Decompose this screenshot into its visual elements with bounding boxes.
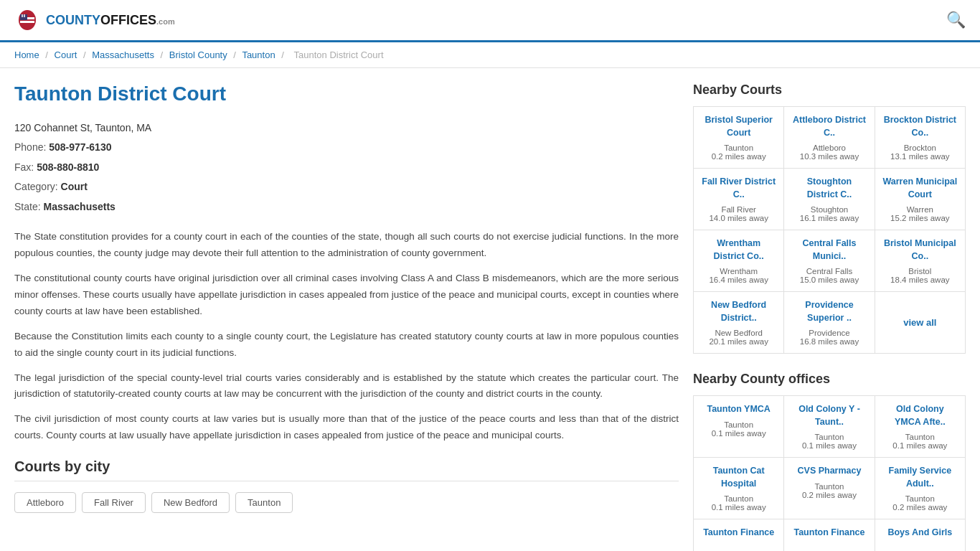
court-card-distance: 15.0 miles away — [791, 276, 867, 284]
office-card-title[interactable]: Old Colony Y - Taunt.. — [791, 403, 867, 428]
right-sidebar: Nearby Courts Bristol Superior Court Tau… — [693, 83, 966, 551]
court-card-distance: 16.1 miles away — [791, 214, 867, 222]
nearby-office-card[interactable]: Boys And Girls — [875, 519, 965, 551]
category-line: Category: Court — [14, 179, 679, 194]
court-card-title[interactable]: Bristol Municipal Co.. — [882, 237, 958, 263]
court-card-city: Brockton — [882, 143, 958, 152]
nearby-court-card[interactable]: Stoughton District C.. Stoughton 16.1 mi… — [784, 169, 874, 230]
court-card-title[interactable]: Bristol Superior Court — [701, 114, 776, 139]
city-tags-container: Attleboro Fall River New Bedford Taunton — [14, 492, 679, 513]
court-card-city: Providence — [791, 329, 867, 337]
nearby-courts-section: Nearby Courts Bristol Superior Court Tau… — [693, 83, 966, 354]
court-card-city: Fall River — [701, 205, 776, 214]
office-card-title[interactable]: Boys And Girls — [882, 527, 958, 540]
nearby-court-card[interactable]: Warren Municipal Court Warren 15.2 miles… — [875, 169, 965, 230]
nearby-office-card[interactable]: Old Colony YMCA Afte.. Taunton 0.1 miles… — [875, 396, 965, 457]
nearby-office-card[interactable]: Old Colony Y - Taunt.. Taunton 0.1 miles… — [784, 396, 874, 457]
header: COUNTYOFFICES.com 🔍 — [0, 0, 980, 42]
desc-para-2: The constitutional county courts have or… — [14, 270, 679, 320]
city-tag-fall-river[interactable]: Fall River — [82, 492, 146, 513]
search-icon[interactable]: 🔍 — [946, 11, 966, 29]
phone-line: Phone: 508-977-6130 — [14, 139, 679, 155]
office-card-city: Taunton — [701, 494, 776, 503]
city-tag-new-bedford[interactable]: New Bedford — [151, 492, 230, 513]
svg-point-7 — [22, 14, 23, 16]
office-card-distance: 0.2 miles away — [882, 503, 958, 512]
court-card-title[interactable]: Brockton District Co.. — [882, 114, 958, 139]
office-card-title[interactable]: Family Service Adult.. — [882, 465, 958, 490]
court-card-title[interactable]: Warren Municipal Court — [882, 176, 958, 201]
breadcrumb-court[interactable]: Court — [55, 50, 77, 60]
desc-para-5: The civil jurisdiction of most county co… — [14, 411, 679, 444]
office-card-title[interactable]: Taunton YMCA — [701, 403, 776, 416]
state-value: Massachusetts — [43, 201, 115, 212]
office-card-city: Taunton — [882, 433, 958, 441]
court-card-distance: 14.0 miles away — [701, 214, 776, 222]
breadcrumb-home[interactable]: Home — [14, 50, 39, 60]
svg-point-8 — [24, 14, 25, 16]
nearby-office-card[interactable]: Taunton Finance — [784, 519, 874, 551]
breadcrumb-current: Taunton District Court — [294, 50, 384, 60]
state-label: State: — [14, 201, 41, 212]
court-card-title[interactable]: Wrentham District Co.. — [701, 237, 776, 263]
nearby-court-card[interactable]: Attleboro District C.. Attleboro 10.3 mi… — [784, 107, 874, 168]
office-card-city: Taunton — [791, 433, 867, 441]
office-card-distance: 0.1 miles away — [882, 441, 958, 450]
office-card-city: Taunton — [701, 420, 776, 429]
nearby-office-card[interactable]: Taunton YMCA Taunton 0.1 miles away — [694, 396, 783, 457]
court-card-city: Warren — [882, 205, 958, 214]
court-card-city: Central Falls — [791, 267, 867, 276]
svg-point-5 — [22, 16, 23, 17]
office-card-city: Taunton — [882, 494, 958, 503]
court-card-title[interactable]: Central Falls Munici.. — [791, 237, 867, 263]
nearby-court-card[interactable]: Bristol Municipal Co.. Bristol 18.4 mile… — [875, 230, 965, 291]
nearby-office-card[interactable]: Taunton Cat Hospital Taunton 0.1 miles a… — [694, 458, 783, 519]
office-card-distance: 0.2 miles away — [791, 491, 867, 499]
breadcrumb-massachusetts[interactable]: Massachusetts — [92, 50, 154, 60]
office-card-title[interactable]: Taunton Cat Hospital — [701, 465, 776, 490]
logo-icon — [14, 7, 40, 33]
breadcrumb-taunton[interactable]: Taunton — [242, 50, 275, 60]
main-layout: Taunton District Court 120 Cohannet St, … — [0, 68, 980, 551]
nearby-court-card[interactable]: Brockton District Co.. Brockton 13.1 mil… — [875, 107, 965, 168]
view-all-courts-link[interactable]: view all — [903, 317, 936, 328]
description-block: The State constitution provides for a co… — [14, 229, 679, 444]
breadcrumb-bristol-county[interactable]: Bristol County — [169, 50, 227, 60]
court-card-title[interactable]: Fall River District C.. — [701, 176, 776, 201]
court-card-distance: 0.2 miles away — [701, 152, 776, 161]
nearby-court-card[interactable]: Fall River District C.. Fall River 14.0 … — [694, 169, 783, 230]
office-card-title[interactable]: CVS Pharmacy — [791, 465, 867, 478]
court-card-city: Taunton — [701, 143, 776, 152]
office-card-distance: 0.1 miles away — [701, 429, 776, 438]
office-card-distance: 0.1 miles away — [701, 503, 776, 512]
nearby-court-card[interactable]: Central Falls Munici.. Central Falls 15.… — [784, 230, 874, 291]
court-card-distance: 16.8 miles away — [791, 337, 867, 346]
nearby-office-card[interactable]: Family Service Adult.. Taunton 0.2 miles… — [875, 458, 965, 519]
city-tag-taunton[interactable]: Taunton — [235, 492, 293, 513]
office-card-title[interactable]: Old Colony YMCA Afte.. — [882, 403, 958, 428]
court-card-city: Wrentham — [701, 267, 776, 276]
court-card-title[interactable]: New Bedford District.. — [701, 299, 776, 324]
court-card-title[interactable]: Stoughton District C.. — [791, 176, 867, 201]
court-card-distance: 13.1 miles away — [882, 152, 958, 161]
court-card-title[interactable]: Providence Superior .. — [791, 299, 867, 324]
nearby-office-card[interactable]: Taunton Finance — [694, 519, 783, 551]
office-card-title[interactable]: Taunton Finance — [701, 527, 776, 540]
nearby-court-card[interactable]: view all — [875, 292, 965, 353]
desc-para-4: The legal jurisdiction of the special co… — [14, 370, 679, 403]
nearby-court-card[interactable]: Bristol Superior Court Taunton 0.2 miles… — [694, 107, 783, 168]
nearby-office-card[interactable]: CVS Pharmacy Taunton 0.2 miles away — [784, 458, 874, 519]
svg-rect-3 — [20, 21, 34, 23]
state-line: State: Massachusetts — [14, 199, 679, 215]
nearby-court-card[interactable]: New Bedford District.. New Bedford 20.1 … — [694, 292, 783, 353]
office-card-title[interactable]: Taunton Finance — [791, 527, 867, 540]
nearby-offices-grid: Taunton YMCA Taunton 0.1 miles away Old … — [693, 395, 966, 551]
nearby-offices-title: Nearby County offices — [693, 372, 966, 387]
court-card-city: New Bedford — [701, 329, 776, 337]
logo-area: COUNTYOFFICES.com — [14, 7, 175, 33]
nearby-court-card[interactable]: Providence Superior .. Providence 16.8 m… — [784, 292, 874, 353]
city-tag-attleboro[interactable]: Attleboro — [14, 492, 76, 513]
court-card-title[interactable]: Attleboro District C.. — [791, 114, 867, 139]
nearby-court-card[interactable]: Wrentham District Co.. Wrentham 16.4 mil… — [694, 230, 783, 291]
court-card-distance: 15.2 miles away — [882, 214, 958, 222]
